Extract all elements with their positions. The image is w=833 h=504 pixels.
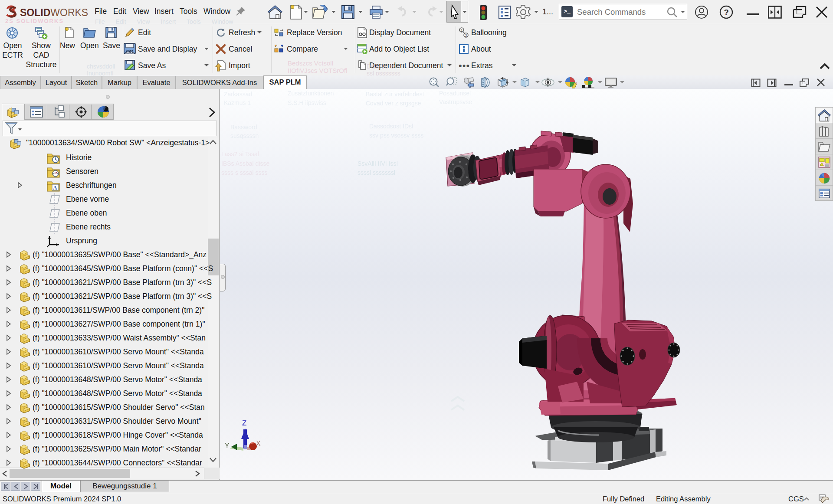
svg-text:Zusatzfunktionen: Zusatzfunktionen bbox=[288, 90, 334, 97]
svg-text:Vastrupsvse: Vastrupsvse bbox=[439, 98, 472, 105]
svg-text:Bassword: Bassword bbox=[230, 124, 257, 131]
svg-text:IBSs Assbal disse: IBSs Assbal disse bbox=[221, 160, 269, 167]
svg-text:A: A bbox=[53, 184, 57, 191]
svg-text:SsvAllI IIVI IssI: SsvAllI IIVI IssI bbox=[357, 160, 398, 167]
svg-text:ssssl sssssssl: ssssl sssssssl bbox=[357, 169, 395, 176]
svg-text:susqssssn: susqssssn bbox=[230, 132, 259, 139]
svg-text:Covad ver z srgsgse: Covad ver z srgsgse bbox=[366, 100, 421, 107]
svg-text:Y: Y bbox=[225, 442, 230, 449]
svg-text:1: 1 bbox=[461, 28, 463, 33]
svg-text:X: X bbox=[256, 440, 261, 447]
svg-text:Z: Z bbox=[242, 419, 246, 427]
svg-text:Zarkassad: Zarkassad bbox=[224, 91, 252, 98]
svg-text:?: ? bbox=[724, 8, 729, 17]
svg-text:S.S.H iipswiss: S.S.H iipswiss bbox=[288, 99, 326, 106]
svg-text:Lass? si Tssal: Lass? si Tssal bbox=[221, 151, 259, 157]
svg-text:ssv pss vsossv ssss: ssv pss vsossv ssss bbox=[369, 132, 423, 139]
svg-text:Posadunsel: Posadunsel bbox=[439, 90, 471, 97]
svg-text:2: 2 bbox=[465, 33, 467, 38]
svg-text:Bastal zur verfelndest: Bastal zur verfelndest bbox=[366, 91, 424, 98]
svg-text:ssss s sssal ssss: ssss s sssal ssss bbox=[221, 169, 268, 176]
svg-text:Kazmus 1: Kazmus 1 bbox=[224, 99, 251, 106]
svg-text:Dassodsost IDsl: Dassodsost IDsl bbox=[369, 123, 413, 130]
